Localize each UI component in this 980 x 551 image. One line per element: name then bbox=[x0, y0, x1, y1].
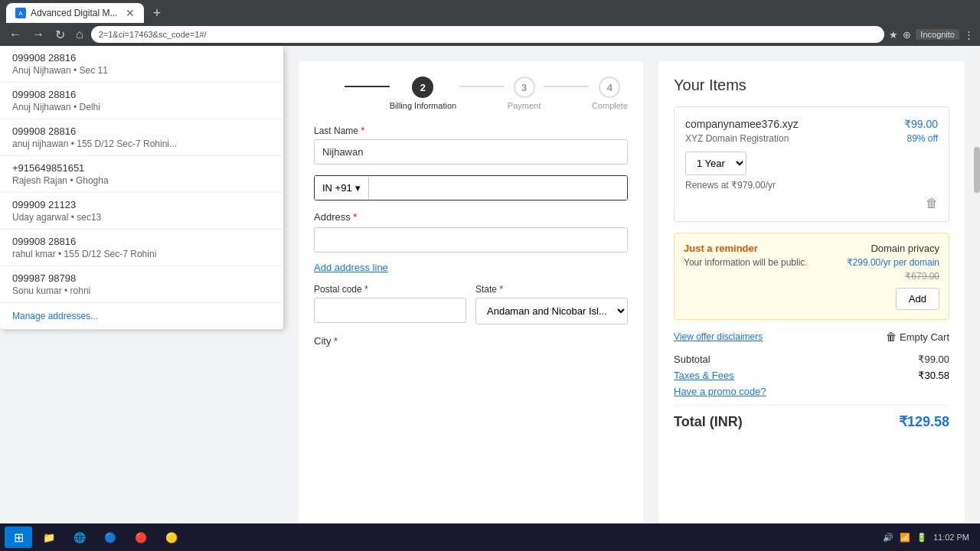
step-label-billing: Billing Information bbox=[390, 101, 456, 110]
address-group: Address * bbox=[314, 211, 628, 259]
privacy-section: Domain privacy ₹299.00/yr per domain ₹67… bbox=[847, 243, 939, 310]
autocomplete-phone-5: 099908 28816 bbox=[12, 236, 271, 247]
tab-title: Advanced Digital M... bbox=[31, 8, 117, 18]
autocomplete-phone-0: 099908 28816 bbox=[12, 52, 271, 64]
offer-empty-row: View offer disclaimers 🗑 Empty Cart bbox=[674, 331, 949, 343]
step-circle-billing: 2 bbox=[412, 77, 433, 98]
battery-icon[interactable]: 🔋 bbox=[916, 533, 927, 543]
taskbar-item-browser[interactable]: 🌐 bbox=[66, 527, 93, 548]
start-button[interactable]: ⊞ bbox=[5, 527, 32, 548]
autocomplete-item-2[interactable]: 099908 28816 anuj nijhawan • 155 D/12 Se… bbox=[0, 119, 283, 156]
app1-icon: 🔴 bbox=[135, 532, 147, 543]
checkout-area: 2 Billing Information 3 Payment 4 Comple… bbox=[283, 46, 980, 551]
autocomplete-phone-2: 099908 28816 bbox=[12, 126, 271, 137]
start-icon: ⊞ bbox=[14, 530, 24, 545]
delete-domain-button[interactable]: 🗑 bbox=[685, 197, 938, 210]
autocomplete-details-1: Anuj Nijhawan • Delhi bbox=[12, 102, 271, 112]
autocomplete-phone-1: 099908 28816 bbox=[12, 89, 271, 100]
last-name-input[interactable] bbox=[314, 139, 628, 165]
url-input[interactable]: 2=1&ci=17463&sc_code=1#/ bbox=[91, 26, 885, 43]
last-name-required: * bbox=[361, 126, 364, 136]
tab-close-button[interactable]: ✕ bbox=[126, 7, 135, 19]
taxes-value: ₹30.58 bbox=[918, 370, 949, 381]
year-select[interactable]: 1 Year bbox=[685, 152, 746, 175]
refresh-button[interactable]: ↻ bbox=[52, 26, 68, 44]
main-content: 099908 28816 Anuj Nijhawan • Sec 11 0999… bbox=[0, 46, 980, 551]
phone-prefix-selector[interactable]: IN +91 ▾ bbox=[315, 176, 369, 200]
taskbar: ⊞ 📁 🌐 🔵 🔴 🟡 🔊 📶 🔋 11:02 PM bbox=[0, 523, 980, 551]
view-offer-link[interactable]: View offer disclaimers bbox=[674, 331, 763, 342]
autocomplete-details-5: rahul kmar • 155 D/12 Sec-7 Rohini bbox=[12, 249, 271, 259]
browser-chrome: A Advanced Digital M... ✕ + ← → ↻ ⌂ 2=1&… bbox=[0, 0, 980, 46]
empty-cart-label: Empty Cart bbox=[900, 331, 949, 343]
step-label-payment: Payment bbox=[508, 101, 541, 110]
postal-label: Postal code * bbox=[314, 284, 466, 295]
taskbar-item-app2[interactable]: 🟡 bbox=[158, 527, 185, 548]
home-button[interactable]: ⌂ bbox=[73, 26, 87, 43]
bookmark-icon[interactable]: ★ bbox=[889, 29, 898, 41]
reminder-title: Just a reminder bbox=[684, 243, 839, 254]
empty-cart-button[interactable]: 🗑 Empty Cart bbox=[886, 331, 949, 343]
add-privacy-button[interactable]: Add bbox=[896, 288, 939, 310]
autocomplete-item-1[interactable]: 099908 28816 Anuj Nijhawan • Delhi bbox=[0, 83, 283, 119]
autocomplete-phone-3: +915649851651 bbox=[12, 162, 271, 174]
autocomplete-item-4[interactable]: 099909 21123 Uday agarwal • sec13 bbox=[0, 193, 283, 230]
scrollbar-track[interactable] bbox=[974, 46, 980, 551]
menu-icon[interactable]: ⋮ bbox=[964, 29, 974, 41]
subtotal-label: Subtotal bbox=[674, 354, 710, 365]
taskbar-clock: 11:02 PM bbox=[933, 533, 969, 542]
privacy-label: Domain privacy bbox=[871, 243, 939, 254]
autocomplete-item-0[interactable]: 099908 28816 Anuj Nijhawan • Sec 11 bbox=[0, 46, 283, 83]
subtotal-row: Subtotal ₹99.00 bbox=[674, 354, 949, 365]
postal-code-input[interactable] bbox=[314, 298, 466, 323]
last-name-label: Last Name * bbox=[314, 126, 628, 136]
scrollbar-thumb[interactable] bbox=[974, 147, 980, 193]
network-icon[interactable]: 📶 bbox=[900, 533, 910, 543]
step-circle-complete: 4 bbox=[599, 77, 620, 98]
url-text: 2=1&ci=17463&sc_code=1#/ bbox=[99, 30, 207, 39]
autocomplete-details-4: Uday agarwal • sec13 bbox=[12, 212, 271, 223]
autocomplete-item-3[interactable]: +915649851651 Rajesh Rajan • Ghogha bbox=[0, 156, 283, 193]
step-payment: 3 Payment bbox=[508, 77, 541, 110]
add-address-line-link[interactable]: Add address line bbox=[314, 262, 628, 273]
back-button[interactable]: ← bbox=[6, 26, 24, 43]
city-label: City * bbox=[314, 335, 628, 347]
autocomplete-details-2: anuj nijhawan • 155 D/12 Sec-7 Rohini... bbox=[12, 139, 271, 149]
taskbar-item-app1[interactable]: 🔴 bbox=[127, 527, 155, 548]
privacy-price: ₹299.00/yr per domain bbox=[847, 257, 939, 268]
new-tab-button[interactable]: + bbox=[147, 3, 167, 23]
privacy-original-price: ₹679.00 bbox=[905, 271, 939, 282]
taskbar-item-files[interactable]: 📁 bbox=[35, 527, 63, 548]
promo-code-link[interactable]: Have a promo code? bbox=[674, 386, 949, 397]
state-select[interactable]: Andaman and Nicobar Isl... bbox=[475, 298, 628, 324]
domain-item: companynamee376.xyz ₹99.00 XYZ Domain Re… bbox=[674, 106, 949, 222]
manage-addresses-link[interactable]: Manage addresses... bbox=[0, 303, 283, 329]
volume-icon[interactable]: 🔊 bbox=[883, 533, 893, 543]
domain-subrow: XYZ Domain Registration 89% off bbox=[685, 133, 938, 144]
state-group: State * Andaman and Nicobar Isl... bbox=[475, 284, 628, 324]
autocomplete-item-5[interactable]: 099908 28816 rahul kmar • 155 D/12 Sec-7… bbox=[0, 230, 283, 266]
address-input[interactable] bbox=[314, 227, 628, 253]
forward-button[interactable]: → bbox=[29, 26, 47, 43]
app2-icon: 🟡 bbox=[165, 532, 178, 543]
taskbar-item-edge[interactable]: 🔵 bbox=[96, 527, 124, 548]
active-tab[interactable]: A Advanced Digital M... ✕ bbox=[6, 3, 144, 23]
tab-favicon: A bbox=[15, 8, 26, 18]
billing-form: 2 Billing Information 3 Payment 4 Comple… bbox=[299, 61, 643, 536]
taxes-link[interactable]: Taxes & Fees bbox=[674, 370, 734, 381]
phone-number-input[interactable] bbox=[369, 176, 627, 200]
autocomplete-item-6[interactable]: 099987 98798 Sonu kumar • rohni bbox=[0, 266, 283, 303]
extension-icon[interactable]: ⊕ bbox=[903, 29, 911, 41]
step-billing: 2 Billing Information bbox=[390, 77, 456, 110]
browser-action-icons: ★ ⊕ Incognito ⋮ bbox=[889, 29, 974, 41]
domain-type: XYZ Domain Registration bbox=[685, 133, 789, 144]
domain-price: ₹99.00 bbox=[904, 118, 938, 130]
phone-prefix-text: IN +91 bbox=[322, 182, 352, 194]
step-line-1 bbox=[459, 86, 505, 87]
autocomplete-details-0: Anuj Nijhawan • Sec 11 bbox=[12, 65, 271, 76]
step-label-complete: Complete bbox=[592, 101, 628, 110]
edge-icon: 🔵 bbox=[104, 532, 116, 543]
order-title: Your Items bbox=[674, 77, 949, 94]
taskbar-right: 🔊 📶 🔋 11:02 PM bbox=[883, 533, 975, 543]
renews-text: Renews at ₹979.00/yr bbox=[685, 180, 938, 191]
